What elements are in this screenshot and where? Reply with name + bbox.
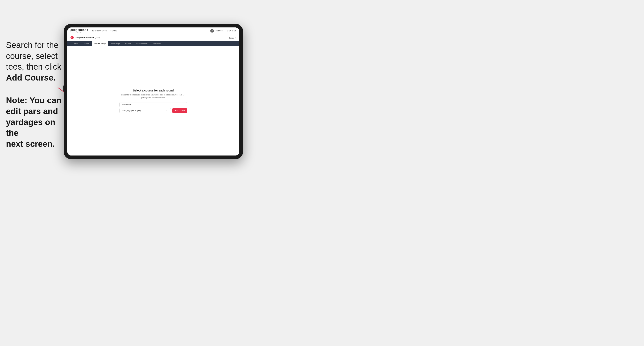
tab-teams[interactable]: Teams	[81, 41, 92, 46]
note-line3: yardages on the	[6, 118, 55, 138]
cancel-icon: ✕	[234, 37, 236, 39]
tablet-device: SCOREBOARD Powered by clippd TOURNAMENTS…	[64, 24, 243, 159]
annotation-line1: Search for the	[6, 40, 58, 50]
clippd-logo: C	[70, 36, 74, 39]
top-nav: SCOREBOARD Powered by clippd TOURNAMENTS…	[67, 27, 239, 34]
nav-left: SCOREBOARD Powered by clippd TOURNAMENTS…	[70, 29, 117, 33]
user-initial: R	[212, 30, 213, 32]
logo-area: SCOREBOARD Powered by clippd	[70, 29, 88, 33]
tablet-screen: SCOREBOARD Powered by clippd TOURNAMENTS…	[67, 27, 239, 156]
cancel-area: Cancel ✕	[228, 36, 236, 39]
logo-title: SCOREBOARD	[70, 29, 88, 31]
tournament-name: Clippd Invitational	[75, 36, 94, 39]
nav-tournaments[interactable]: TOURNAMENTS	[92, 30, 107, 32]
tab-results[interactable]: Results	[123, 41, 134, 46]
sign-out-link[interactable]: Sign out	[226, 30, 236, 32]
logo-letter: C	[72, 37, 73, 39]
annotation-text: Search for the course, select tees, then…	[6, 40, 64, 83]
course-search-input[interactable]	[120, 102, 187, 107]
cancel-label: Cancel	[228, 37, 234, 39]
annotation-line2: course, select	[6, 51, 58, 61]
annotation-note: Note: You can edit pars and yardages on …	[6, 95, 64, 149]
tab-printables[interactable]: Printables	[150, 41, 163, 46]
tee-select-dropdown[interactable]: Gold (M) (M) (7010 yds) × ⌃	[120, 108, 171, 113]
annotation-area: Search for the course, select tees, then…	[6, 40, 64, 149]
tee-select-value: Gold (M) (M) (7010 yds)	[122, 110, 141, 112]
logo-subtitle: Powered by clippd	[70, 31, 88, 33]
user-name: Test User	[216, 30, 223, 32]
note-line2: edit pars and	[6, 107, 58, 116]
tournament-header: C Clippd Invitational (Men) Cancel ✕	[67, 34, 239, 41]
tab-navigation: Details Teams Course Setup Tee Groups Re…	[67, 41, 239, 46]
tee-select-controls: × ⌃	[166, 110, 169, 112]
panel-description: Search for a course and select a tee. Yo…	[120, 94, 187, 99]
tournament-badge: (Men)	[95, 37, 100, 39]
tab-course-setup[interactable]: Course Setup	[92, 41, 108, 46]
user-avatar: R	[210, 29, 214, 33]
annotation-bold: Add Course.	[6, 73, 56, 82]
tab-details[interactable]: Details	[70, 41, 81, 46]
nav-teams[interactable]: TEAMS	[110, 30, 117, 32]
main-content: Select a course for each round Search fo…	[67, 46, 239, 156]
tab-leaderboards[interactable]: Leaderboards	[134, 41, 150, 46]
chevron-icon: ⌃	[167, 110, 169, 112]
cancel-button[interactable]: Cancel ✕	[228, 37, 236, 39]
annotation-line3: tees, then click	[6, 62, 61, 71]
add-course-button[interactable]: Add Course	[172, 108, 187, 113]
course-select-panel: Select a course for each round Search fo…	[120, 89, 187, 113]
note-line4: next screen.	[6, 139, 55, 149]
tee-select-row: Gold (M) (M) (7010 yds) × ⌃ Add Course	[120, 108, 187, 113]
panel-title: Select a course for each round	[120, 89, 187, 92]
tab-tee-groups[interactable]: Tee Groups	[108, 41, 123, 46]
tournament-title-row: C Clippd Invitational (Men)	[70, 36, 100, 39]
nav-separator: |	[224, 30, 225, 32]
note-line1: Note: You can	[6, 96, 61, 105]
nav-right: R Test User | Sign out	[210, 29, 236, 33]
clear-icon[interactable]: ×	[166, 110, 167, 112]
